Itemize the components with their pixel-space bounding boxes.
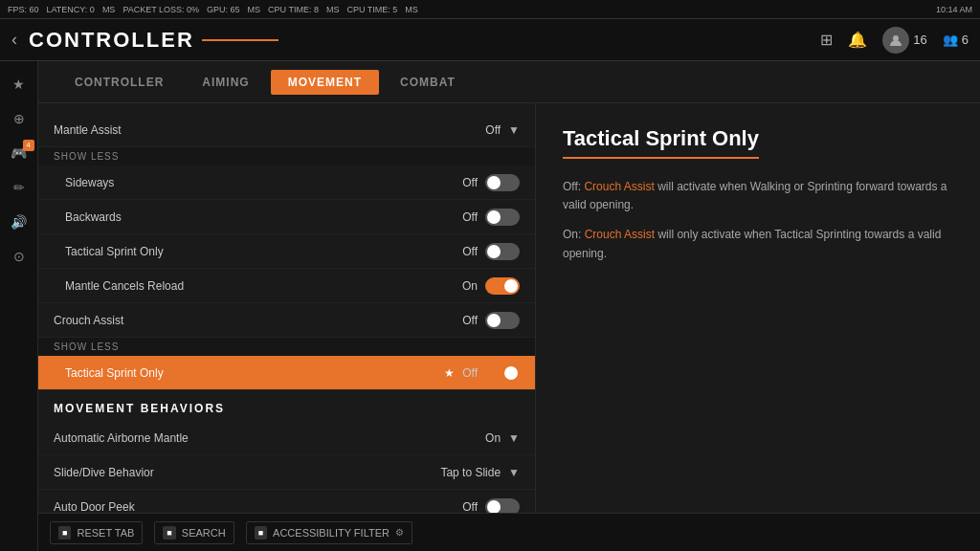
setting-right-auto-door-peek: Off [462,498,520,514]
toggle-backwards[interactable] [485,209,520,226]
accessibility-filter-button[interactable]: ■ ACCESSIBILITY FILTER ⚙ [246,521,412,544]
tab-combat[interactable]: COMBAT [383,70,473,95]
desc-off-prefix: Off: [563,180,584,193]
toggle-tactical-sprint-1[interactable] [485,243,520,260]
show-less-label-2[interactable]: SHOW LESS [38,338,535,356]
setting-right-backwards: Off [462,209,520,226]
setting-right-automatic-airborne: On ▼ [485,431,520,445]
player-count-badge: 16 [882,27,926,54]
dropdown-arrow-automatic-airborne: ▼ [508,431,520,445]
grid-icon[interactable]: ⊞ [820,31,833,49]
time-stat: 10:14 AM [936,5,972,14]
setting-value-mantle-assist: Off [485,123,501,137]
fps-stat: FPS: 60 [8,5,39,14]
setting-right-mantle-cancels-reload: On [462,277,520,295]
desc-text-1: Off: Crouch Assist will activate when Wa… [563,178,953,214]
show-less-label-1[interactable]: SHOW LESS [38,147,535,165]
tab-aiming[interactable]: AIMING [185,70,266,95]
sidebar-item-edit[interactable]: ✏ [4,172,34,203]
sidebar: ★ ⊕ 🎮 ✏ 🔊 ⊙ [0,61,38,551]
player-count: 16 [913,33,926,47]
setting-label-auto-door-peek: Auto Door Peek [54,500,135,514]
sidebar-item-weapons[interactable]: ⊕ [4,103,34,134]
sidebar-item-controller[interactable]: 🎮 [4,138,34,168]
setting-row-tactical-sprint-1[interactable]: Tactical Sprint Only Off [38,234,535,269]
desc-text-2: On: Crouch Assist will only activate whe… [563,226,953,262]
desc-title: Tactical Sprint Only [563,126,759,159]
bell-icon[interactable]: 🔔 [848,31,867,49]
setting-label-mantle-assist: Mantle Assist [54,123,122,137]
setting-row-crouch-assist[interactable]: Crouch Assist Off [38,303,535,338]
tab-controller[interactable]: CONTROLLER [57,70,181,95]
setting-value-sideways: Off [462,176,478,189]
setting-value-crouch-assist: Off [462,314,478,327]
setting-right-crouch-assist: Off [462,312,520,329]
setting-label-backwards: Backwards [65,210,122,224]
tabs: CONTROLLER AIMING MOVEMENT COMBAT [38,61,980,103]
setting-value-backwards: Off [462,210,478,224]
setting-row-auto-door-peek[interactable]: Auto Door Peek Off [38,490,535,513]
reset-tab-label: RESET TAB [77,527,134,539]
setting-right-tactical-sprint-1: Off [462,243,520,260]
search-label: SEARCH [182,527,226,539]
latency-unit: MS [102,5,116,14]
search-button[interactable]: ■ SEARCH [154,521,234,544]
setting-row-automatic-airborne[interactable]: Automatic Airborne Mantle On ▼ [38,421,535,455]
cpu-time-unit: MS [326,5,340,14]
packet-loss-stat: PACKET LOSS: 0% [122,5,199,14]
header-right: ⊞ 🔔 16 👥 6 [820,27,969,54]
sidebar-item-favorites[interactable]: ★ [4,69,34,99]
star-icon: ★ [12,77,25,92]
cpu-percent-unit: MS [405,5,418,14]
edit-icon: ✏ [13,180,25,195]
setting-row-backwards[interactable]: Backwards Off [38,200,535,234]
dropdown-arrow-mantle-assist: ▼ [508,123,520,137]
star-icon-tactical-sprint: ★ [444,366,455,380]
setting-right-slide-dive: Tap to Slide ▼ [440,466,520,479]
setting-row-tactical-sprint-2[interactable]: Tactical Sprint Only ★ Off [38,356,535,390]
back-button[interactable]: ‹ [11,30,17,50]
bottom-bar: ■ RESET TAB ■ SEARCH ■ ACCESSIBILITY FIL… [38,513,980,551]
controller-icon: 🎮 [11,145,27,161]
setting-right-sideways: Off [462,174,520,191]
setting-right-mantle-assist: Off ▼ [485,123,520,137]
group-icon: 👥 [943,33,958,47]
setting-value-auto-door-peek: Off [462,500,478,514]
setting-label-automatic-airborne: Automatic Airborne Mantle [54,431,189,445]
search-key: ■ [163,526,175,540]
reset-tab-button[interactable]: ■ RESET TAB [50,521,143,544]
sidebar-item-account[interactable]: ⊙ [4,241,34,272]
setting-label-mantle-cancels-reload: Mantle Cancels Reload [65,279,184,293]
gpu-stat: GPU: 65 [207,5,240,14]
setting-value-tactical-sprint-1: Off [462,245,478,258]
page-title: CONTROLLER [29,28,278,53]
toggle-auto-door-peek[interactable] [485,498,520,514]
desc-panel: Tactical Sprint Only Off: Crouch Assist … [536,103,980,513]
accessibility-key: ■ [255,526,267,540]
toggle-sideways[interactable] [485,174,520,191]
header: ‹ CONTROLLER ⊞ 🔔 16 👥 6 [0,19,980,61]
reset-tab-key: ■ [58,526,71,540]
stats-bar: FPS: 60 LATENCY: 0 MS PACKET LOSS: 0% GP… [0,0,980,19]
audio-icon: 🔊 [11,214,27,230]
setting-value-slide-dive: Tap to Slide [440,466,501,479]
sidebar-item-audio[interactable]: 🔊 [4,207,34,237]
group-count-badge: 👥 6 [943,33,969,47]
toggle-tactical-sprint-2[interactable] [485,364,520,382]
toggle-crouch-assist[interactable] [485,312,520,329]
tab-movement[interactable]: MOVEMENT [271,70,379,95]
setting-label-sideways: Sideways [65,176,114,189]
setting-value-mantle-cancels-reload: On [462,279,478,293]
gpu-unit: MS [248,5,261,14]
setting-row-slide-dive[interactable]: Slide/Dive Behavior Tap to Slide ▼ [38,455,535,490]
toggle-mantle-cancels-reload[interactable] [485,277,520,295]
setting-row-mantle-cancels-reload[interactable]: Mantle Cancels Reload On [38,269,535,303]
main-content: Mantle Assist Off ▼ SHOW LESS Sideways O… [38,103,980,513]
setting-row-sideways[interactable]: Sideways Off [38,165,535,200]
setting-row-mantle-assist[interactable]: Mantle Assist Off ▼ [38,113,535,147]
latency-stat: LATENCY: 0 [47,5,95,14]
setting-value-automatic-airborne: On [485,431,501,445]
settings-panel: Mantle Assist Off ▼ SHOW LESS Sideways O… [38,103,536,513]
account-icon: ⊙ [13,249,25,264]
desc-on-prefix: On: [563,228,585,241]
